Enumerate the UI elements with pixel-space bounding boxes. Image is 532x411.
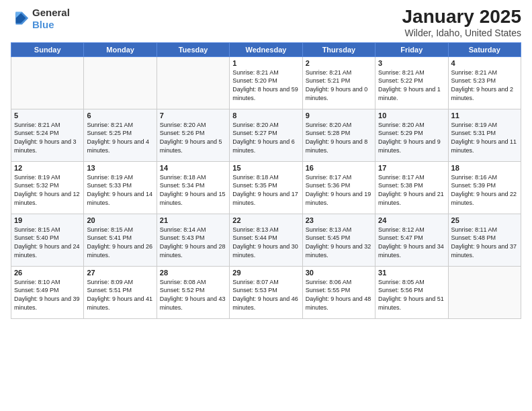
day-info: Sunrise: 8:19 AM Sunset: 5:33 PM Dayligh… [87, 173, 153, 207]
day-info: Sunrise: 8:19 AM Sunset: 5:31 PM Dayligh… [451, 121, 518, 154]
day-info: Sunrise: 8:20 AM Sunset: 5:28 PM Dayligh… [306, 121, 372, 154]
day-info: Sunrise: 8:08 AM Sunset: 5:52 PM Dayligh… [160, 278, 226, 312]
day-number: 1 [232, 59, 299, 67]
day-number: 28 [160, 269, 226, 277]
day-info: Sunrise: 8:20 AM Sunset: 5:29 PM Dayligh… [378, 121, 445, 154]
calendar-cell: 25Sunrise: 8:11 AM Sunset: 5:48 PM Dayli… [448, 214, 521, 266]
day-number: 2 [306, 59, 372, 67]
day-number: 23 [306, 216, 372, 224]
calendar-cell [157, 56, 229, 109]
day-number: 10 [378, 111, 445, 120]
logo-icon [11, 9, 30, 28]
calendar-cell: 26Sunrise: 8:10 AM Sunset: 5:49 PM Dayli… [11, 266, 84, 318]
calendar-cell: 2Sunrise: 8:21 AM Sunset: 5:21 PM Daylig… [302, 56, 375, 109]
calendar-cell: 27Sunrise: 8:09 AM Sunset: 5:51 PM Dayli… [84, 266, 157, 318]
calendar-cell: 23Sunrise: 8:13 AM Sunset: 5:45 PM Dayli… [302, 214, 375, 266]
day-number: 25 [451, 216, 518, 224]
day-info: Sunrise: 8:21 AM Sunset: 5:22 PM Dayligh… [378, 68, 445, 102]
day-number: 3 [378, 59, 445, 67]
day-number: 17 [378, 164, 445, 172]
day-number: 24 [378, 216, 445, 224]
day-info: Sunrise: 8:14 AM Sunset: 5:43 PM Dayligh… [160, 226, 226, 259]
calendar-cell: 28Sunrise: 8:08 AM Sunset: 5:52 PM Dayli… [157, 266, 229, 318]
day-info: Sunrise: 8:19 AM Sunset: 5:32 PM Dayligh… [14, 173, 81, 207]
day-info: Sunrise: 8:21 AM Sunset: 5:25 PM Dayligh… [87, 121, 153, 154]
logo-blue: Blue [32, 19, 70, 31]
day-number: 6 [87, 111, 153, 120]
day-number: 12 [14, 164, 81, 172]
calendar-cell: 20Sunrise: 8:15 AM Sunset: 5:41 PM Dayli… [84, 214, 157, 266]
day-info: Sunrise: 8:15 AM Sunset: 5:41 PM Dayligh… [87, 226, 153, 259]
calendar-cell [84, 56, 157, 109]
day-number: 13 [87, 164, 153, 172]
calendar-cell: 8Sunrise: 8:20 AM Sunset: 5:27 PM Daylig… [230, 109, 302, 161]
day-number: 7 [160, 111, 226, 120]
day-info: Sunrise: 8:09 AM Sunset: 5:51 PM Dayligh… [87, 278, 153, 312]
day-number: 4 [451, 59, 518, 67]
day-number: 19 [14, 216, 81, 224]
logo-general: General [32, 7, 70, 19]
day-number: 22 [232, 216, 299, 224]
weekday-header-row: SundayMondayTuesdayWednesdayThursdayFrid… [11, 42, 521, 56]
day-info: Sunrise: 8:13 AM Sunset: 5:45 PM Dayligh… [306, 226, 372, 259]
day-number: 31 [378, 269, 445, 277]
calendar-table: SundayMondayTuesdayWednesdayThursdayFrid… [11, 42, 521, 319]
day-number: 15 [232, 164, 299, 172]
calendar-cell: 16Sunrise: 8:17 AM Sunset: 5:36 PM Dayli… [302, 161, 375, 214]
calendar-cell: 3Sunrise: 8:21 AM Sunset: 5:22 PM Daylig… [375, 56, 448, 109]
week-row-4: 19Sunrise: 8:15 AM Sunset: 5:40 PM Dayli… [11, 214, 521, 266]
day-number: 29 [232, 269, 299, 277]
calendar-cell: 14Sunrise: 8:18 AM Sunset: 5:34 PM Dayli… [157, 161, 229, 214]
location-title: Wilder, Idaho, United States [402, 28, 521, 38]
day-number: 8 [232, 111, 299, 120]
header: General Blue January 2025 Wilder, Idaho,… [11, 7, 521, 38]
calendar-cell: 24Sunrise: 8:12 AM Sunset: 5:47 PM Dayli… [375, 214, 448, 266]
calendar-cell: 5Sunrise: 8:21 AM Sunset: 5:24 PM Daylig… [11, 109, 84, 161]
day-info: Sunrise: 8:15 AM Sunset: 5:40 PM Dayligh… [14, 226, 81, 259]
day-info: Sunrise: 8:21 AM Sunset: 5:20 PM Dayligh… [232, 68, 299, 102]
weekday-header-saturday: Saturday [448, 42, 521, 56]
calendar-cell: 18Sunrise: 8:16 AM Sunset: 5:39 PM Dayli… [448, 161, 521, 214]
logo: General Blue [11, 7, 70, 31]
day-number: 20 [87, 216, 153, 224]
calendar-cell: 12Sunrise: 8:19 AM Sunset: 5:32 PM Dayli… [11, 161, 84, 214]
day-info: Sunrise: 8:11 AM Sunset: 5:48 PM Dayligh… [451, 226, 518, 259]
day-info: Sunrise: 8:21 AM Sunset: 5:21 PM Dayligh… [306, 68, 372, 102]
calendar-cell: 13Sunrise: 8:19 AM Sunset: 5:33 PM Dayli… [84, 161, 157, 214]
weekday-header-sunday: Sunday [11, 42, 84, 56]
day-number: 30 [306, 269, 372, 277]
week-row-1: 1Sunrise: 8:21 AM Sunset: 5:20 PM Daylig… [11, 56, 521, 109]
calendar-cell: 22Sunrise: 8:13 AM Sunset: 5:44 PM Dayli… [230, 214, 302, 266]
weekday-header-tuesday: Tuesday [157, 42, 229, 56]
title-block: January 2025 Wilder, Idaho, United State… [402, 7, 521, 38]
page-container: General Blue January 2025 Wilder, Idaho,… [0, 0, 532, 324]
calendar-cell: 15Sunrise: 8:18 AM Sunset: 5:35 PM Dayli… [230, 161, 302, 214]
day-info: Sunrise: 8:07 AM Sunset: 5:53 PM Dayligh… [232, 278, 299, 312]
calendar-cell: 10Sunrise: 8:20 AM Sunset: 5:29 PM Dayli… [375, 109, 448, 161]
day-info: Sunrise: 8:21 AM Sunset: 5:23 PM Dayligh… [451, 68, 518, 102]
day-info: Sunrise: 8:20 AM Sunset: 5:26 PM Dayligh… [160, 121, 226, 154]
day-info: Sunrise: 8:16 AM Sunset: 5:39 PM Dayligh… [451, 173, 518, 207]
day-number: 14 [160, 164, 226, 172]
day-number: 9 [306, 111, 372, 120]
weekday-header-wednesday: Wednesday [230, 42, 302, 56]
calendar-cell: 7Sunrise: 8:20 AM Sunset: 5:26 PM Daylig… [157, 109, 229, 161]
calendar-cell [11, 56, 84, 109]
weekday-header-friday: Friday [375, 42, 448, 56]
calendar-cell: 6Sunrise: 8:21 AM Sunset: 5:25 PM Daylig… [84, 109, 157, 161]
calendar-cell: 29Sunrise: 8:07 AM Sunset: 5:53 PM Dayli… [230, 266, 302, 318]
day-number: 27 [87, 269, 153, 277]
calendar-cell: 9Sunrise: 8:20 AM Sunset: 5:28 PM Daylig… [302, 109, 375, 161]
calendar-cell: 30Sunrise: 8:06 AM Sunset: 5:55 PM Dayli… [302, 266, 375, 318]
day-info: Sunrise: 8:10 AM Sunset: 5:49 PM Dayligh… [14, 278, 81, 312]
weekday-header-thursday: Thursday [302, 42, 375, 56]
week-row-2: 5Sunrise: 8:21 AM Sunset: 5:24 PM Daylig… [11, 109, 521, 161]
day-info: Sunrise: 8:21 AM Sunset: 5:24 PM Dayligh… [14, 121, 81, 154]
day-info: Sunrise: 8:18 AM Sunset: 5:34 PM Dayligh… [160, 173, 226, 207]
calendar-cell: 4Sunrise: 8:21 AM Sunset: 5:23 PM Daylig… [448, 56, 521, 109]
day-info: Sunrise: 8:05 AM Sunset: 5:56 PM Dayligh… [378, 278, 445, 312]
week-row-3: 12Sunrise: 8:19 AM Sunset: 5:32 PM Dayli… [11, 161, 521, 214]
day-info: Sunrise: 8:06 AM Sunset: 5:55 PM Dayligh… [306, 278, 372, 312]
day-number: 26 [14, 269, 81, 277]
day-info: Sunrise: 8:12 AM Sunset: 5:47 PM Dayligh… [378, 226, 445, 259]
